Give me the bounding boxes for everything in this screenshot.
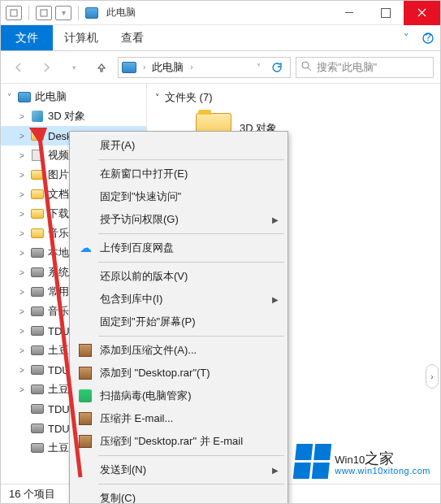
context-menu-item[interactable]: 固定到"快速访问" xyxy=(72,185,285,208)
help-button[interactable]: ? xyxy=(416,25,440,50)
rar-icon xyxy=(77,411,93,427)
ribbon-collapse[interactable]: ˅ xyxy=(396,25,416,50)
qat-button-2[interactable] xyxy=(36,6,52,20)
maximize-button[interactable] xyxy=(367,1,404,25)
context-menu-item[interactable]: ☁上传到百度网盘 xyxy=(72,237,285,259)
address-icon xyxy=(122,62,136,73)
tree-item-label: 土豆 xyxy=(48,343,69,358)
up-button[interactable] xyxy=(90,56,113,79)
recent-button[interactable]: ▾ xyxy=(63,56,85,79)
refresh-button[interactable] xyxy=(267,58,287,77)
context-menu-item[interactable]: 发送到(N)▶ xyxy=(72,458,285,481)
tab-computer[interactable]: 计算机 xyxy=(53,25,110,50)
tree-item-label: 视频 xyxy=(48,148,69,163)
context-menu-item[interactable]: 还原以前的版本(V) xyxy=(72,265,285,288)
close-button[interactable] xyxy=(404,1,440,25)
context-menu-item[interactable]: 展开(A) xyxy=(72,134,285,157)
chevron-right-icon[interactable]: › xyxy=(188,63,194,72)
submenu-arrow-icon: ▶ xyxy=(272,466,279,475)
tree-item-label: 本地 xyxy=(48,245,69,260)
context-menu-label: 添加到 "Desktop.rar"(T) xyxy=(100,366,210,380)
svg-text:?: ? xyxy=(425,33,430,43)
context-menu-label: 还原以前的版本(V) xyxy=(100,269,188,284)
qat-button-1[interactable] xyxy=(6,6,22,20)
rar-icon xyxy=(77,342,93,358)
svg-rect-1 xyxy=(41,10,47,16)
address-location[interactable]: 此电脑 xyxy=(152,60,184,75)
context-menu-label: 扫描病毒(电脑管家) xyxy=(100,389,192,403)
context-menu-label: 上传到百度网盘 xyxy=(100,241,174,255)
context-menu-item[interactable]: 复制(C) xyxy=(72,487,285,504)
tree-item-label: TDU xyxy=(48,364,70,376)
tree-item-label: 图片 xyxy=(48,167,69,182)
watermark: Win10之家 www.win10xitong.com xyxy=(295,444,430,479)
context-menu-label: 压缩到 "Desktop.rar" 并 E-mail xyxy=(100,434,243,449)
tree-item-label: 音乐 xyxy=(48,304,69,319)
folder-group-header[interactable]: ˅ 文件夹 (7) xyxy=(155,90,432,105)
context-menu: 展开(A)在新窗口中打开(E)固定到"快速访问"授予访问权限(G)▶☁上传到百度… xyxy=(69,131,288,504)
file-tab[interactable]: 文件 xyxy=(1,25,53,50)
window-title: 此电脑 xyxy=(106,6,136,20)
context-menu-item[interactable]: 压缩并 E-mail... xyxy=(72,407,285,430)
quick-access-toolbar: ▾ 此电脑 xyxy=(1,6,136,20)
tree-item-label: 音乐 xyxy=(48,226,69,241)
forward-button[interactable] xyxy=(35,56,58,79)
tree-item-label: 3D 对象 xyxy=(48,109,85,124)
context-menu-item[interactable]: 授予访问权限(G)▶ xyxy=(72,208,285,231)
context-menu-item[interactable]: 扫描病毒(电脑管家) xyxy=(72,385,285,407)
tree-item-label: 文档 xyxy=(48,187,69,202)
context-menu-label: 固定到"快速访问" xyxy=(100,189,181,204)
window-icon xyxy=(85,7,98,19)
context-menu-label: 包含到库中(I) xyxy=(100,292,162,306)
chevron-down-icon: ˅ xyxy=(155,93,160,103)
address-bar-row: ▾ › 此电脑 › ˅ 搜索"此电脑" xyxy=(1,51,440,84)
shield-icon xyxy=(77,388,93,404)
rar-icon xyxy=(77,433,93,450)
tree-item-label: 系统 xyxy=(48,265,69,280)
tab-view[interactable]: 查看 xyxy=(110,25,155,50)
qat-button-3[interactable]: ▾ xyxy=(55,6,71,20)
tree-item[interactable]: >3D 对象 xyxy=(1,106,146,126)
svg-rect-0 xyxy=(11,10,17,16)
context-menu-label: 固定到"开始"屏幕(P) xyxy=(100,315,196,329)
context-menu-label: 展开(A) xyxy=(100,138,135,153)
tree-item-label: TDU xyxy=(48,325,70,337)
submenu-arrow-icon: ▶ xyxy=(272,215,279,224)
search-input[interactable]: 搜索"此电脑" xyxy=(296,57,434,78)
back-button[interactable] xyxy=(7,56,30,79)
search-placeholder: 搜索"此电脑" xyxy=(317,60,377,75)
address-bar[interactable]: › 此电脑 › ˅ xyxy=(118,57,291,78)
context-menu-label: 压缩并 E-mail... xyxy=(100,411,173,426)
status-text: 16 个项目 xyxy=(9,487,55,502)
context-menu-label: 添加到压缩文件(A)... xyxy=(100,343,197,358)
tree-item-label: 下载 xyxy=(48,206,69,221)
context-menu-item[interactable]: 固定到"开始"屏幕(P) xyxy=(72,311,285,333)
scroll-right-hint[interactable]: › xyxy=(426,364,439,389)
context-menu-label: 复制(C) xyxy=(100,491,136,504)
svg-point-4 xyxy=(302,62,309,68)
ribbon: 文件 计算机 查看 ˅ ? xyxy=(1,25,440,51)
tree-item-label: 常用 xyxy=(48,285,69,299)
address-dropdown[interactable]: ˅ xyxy=(255,63,262,72)
context-menu-item[interactable]: 添加到压缩文件(A)... xyxy=(72,339,285,362)
context-menu-item[interactable]: 压缩到 "Desktop.rar" 并 E-mail xyxy=(72,430,285,453)
rar-icon xyxy=(77,365,93,381)
context-menu-label: 发送到(N) xyxy=(100,463,146,477)
context-menu-item[interactable]: 添加到 "Desktop.rar"(T) xyxy=(72,362,285,385)
windows-logo-icon xyxy=(293,444,332,479)
submenu-arrow-icon: ▶ xyxy=(272,295,279,304)
tree-item-label: 土豆 xyxy=(48,382,69,397)
tree-root-label: 此电脑 xyxy=(35,89,67,104)
context-menu-label: 在新窗口中打开(E) xyxy=(100,167,188,181)
search-icon xyxy=(301,61,312,74)
cloud-icon: ☁ xyxy=(77,240,93,256)
context-menu-label: 授予访问权限(G) xyxy=(100,212,179,227)
tree-root[interactable]: ˅ 此电脑 xyxy=(1,87,146,106)
group-label: 文件夹 (7) xyxy=(165,90,213,105)
minimize-button[interactable] xyxy=(331,1,367,25)
chevron-right-icon[interactable]: › xyxy=(141,63,147,72)
titlebar: ▾ 此电脑 xyxy=(1,1,440,25)
context-menu-item[interactable]: 在新窗口中打开(E) xyxy=(72,163,285,185)
context-menu-item[interactable]: 包含到库中(I)▶ xyxy=(72,288,285,311)
